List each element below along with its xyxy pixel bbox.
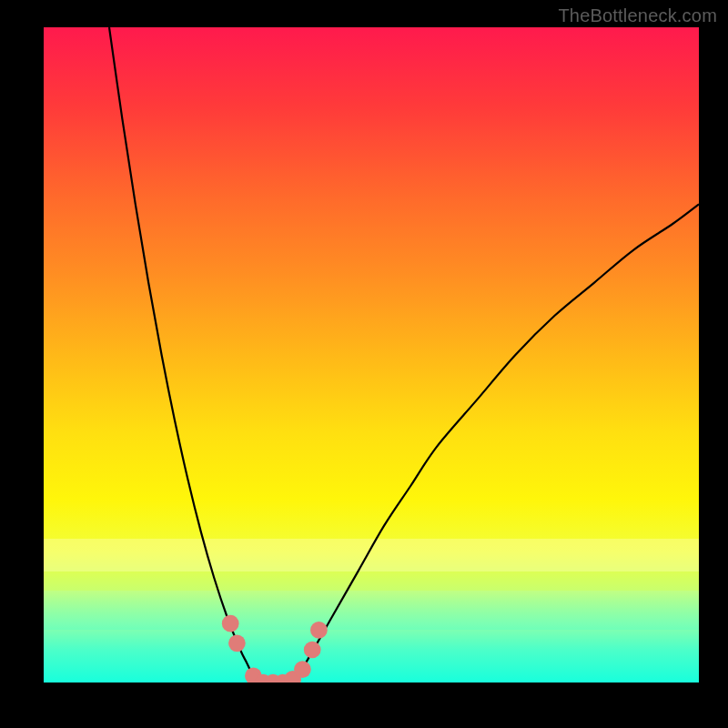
bottleneck-curve bbox=[109, 27, 699, 682]
series-lines bbox=[109, 27, 699, 682]
marker-dots bbox=[222, 615, 328, 682]
plot-area bbox=[44, 27, 699, 682]
chart-svg bbox=[44, 27, 699, 682]
marker-dot bbox=[222, 615, 239, 632]
watermark-text: TheBottleneck.com bbox=[558, 5, 717, 26]
marker-dot bbox=[310, 622, 328, 639]
marker-dot bbox=[304, 642, 321, 659]
marker-dot bbox=[228, 634, 246, 652]
chart-container: TheBottleneck.com bbox=[0, 0, 728, 728]
marker-dot bbox=[294, 661, 311, 678]
